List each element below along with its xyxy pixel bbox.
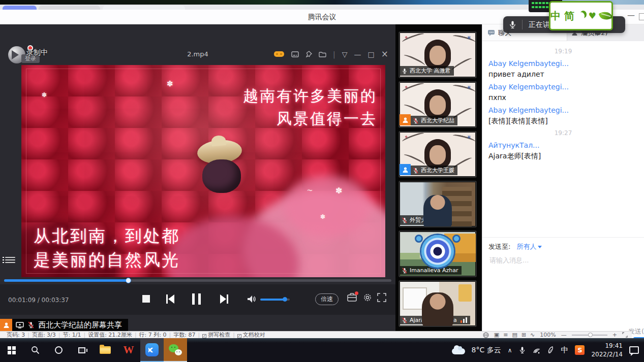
playback-speed-button[interactable]: 倍速	[315, 293, 339, 305]
tray-expand-icon[interactable]: ∧	[508, 347, 512, 354]
participant-tile[interactable]: ❖▣西北大学 高溦君	[398, 31, 477, 78]
minimize-icon[interactable]: —	[627, 11, 635, 20]
send-to-dropdown[interactable]: 所有人	[516, 242, 542, 251]
stop-button[interactable]	[142, 293, 150, 303]
playlist-icon[interactable]	[5, 255, 15, 264]
seek-bar[interactable]	[4, 279, 391, 282]
folder-icon[interactable]	[319, 51, 326, 57]
subtitle-top: 越南有许多美丽的 风景值得一去	[243, 84, 377, 130]
status-item[interactable]: 页面: 3/3	[32, 331, 56, 338]
chat-sender-name[interactable]: Abay Kelgembaytegi...	[488, 83, 638, 91]
plum-branch-decoration	[451, 56, 474, 73]
wechat-button[interactable]	[164, 338, 187, 362]
participant-name: 西北大学 高溦君	[410, 67, 451, 75]
next-button[interactable]	[220, 294, 229, 306]
seek-bar-handle[interactable]	[126, 278, 131, 283]
chat-input-area: 发送至: 所有人 发送( 发送	[482, 237, 644, 338]
view-mode-button[interactable]: ▤	[512, 332, 517, 338]
participant-tile[interactable]: Ajara Imanalieva	[398, 280, 477, 327]
player-maximize-icon[interactable]: □	[368, 51, 375, 58]
chat-message-list[interactable]: 19:19Abay Kelgembaytegi...привет адилетA…	[482, 41, 644, 237]
view-mode-button[interactable]: ∿	[530, 332, 535, 338]
participant-tile[interactable]: Imanalieva Azhar	[398, 231, 477, 277]
chat-sender-name[interactable]: АйтунукТал...	[488, 141, 638, 149]
subtitle-bottom: 从北到南，到处都 是美丽的自然风光	[34, 224, 180, 272]
sogou-icon[interactable]: S	[575, 345, 585, 355]
status-item[interactable]: 行: 7 列: 0	[139, 331, 167, 338]
status-check-item[interactable]: ✓拼写检查	[202, 331, 230, 338]
tencent-meeting-button[interactable]	[140, 338, 164, 362]
weather-text[interactable]: 8°C 多云	[472, 346, 501, 355]
pause-button[interactable]	[192, 293, 201, 305]
status-item[interactable]: 字数: 87	[173, 331, 195, 338]
checkbox-icon: ✓	[202, 334, 206, 338]
chat-message-text: пхпх	[488, 93, 638, 102]
zoom-in-button[interactable]: +	[612, 332, 617, 338]
mic-icon	[402, 68, 408, 74]
divider: |	[233, 332, 235, 338]
zoom-slider-handle[interactable]	[588, 333, 593, 337]
pin-icon[interactable]	[305, 51, 312, 57]
document-tab-active[interactable]	[3, 6, 37, 10]
wechat-icon	[169, 344, 182, 355]
view-mode-button[interactable]: ⊞	[522, 332, 526, 338]
wps-office-button[interactable]: W	[117, 338, 140, 362]
participant-tile[interactable]: ❖▣西北大学王媛	[398, 131, 477, 178]
maximize-icon[interactable]	[639, 13, 644, 20]
chat-message-text: [表情][表情][表情]	[488, 117, 638, 126]
video-content[interactable]: ✽ ✽ ✽ ✽ 〜 越南有许多美丽的 风景值得一去 从北到南，到处都 是美丽的自…	[21, 65, 385, 277]
divider: |	[27, 332, 29, 338]
chat-sender-name[interactable]: Abay Kelgembaytegi...	[488, 106, 638, 114]
view-mode-button[interactable]: ▣	[494, 332, 499, 338]
network-icon[interactable]	[533, 347, 541, 354]
zoom-slider[interactable]	[572, 335, 607, 336]
weather-cloud-icon[interactable]	[452, 348, 465, 354]
notification-center-icon[interactable]	[629, 346, 639, 354]
zoom-out-button[interactable]: —	[561, 332, 567, 338]
cortana-button[interactable]	[47, 338, 70, 362]
file-explorer-button[interactable]	[94, 338, 117, 362]
pen-icon[interactable]	[547, 346, 554, 354]
muted-mic-icon	[27, 321, 35, 328]
participant-tile[interactable]: 外贸大学黎光创	[398, 181, 477, 227]
poster-mark: ▣	[467, 135, 471, 139]
search-button[interactable]	[23, 338, 47, 362]
view-mode-button[interactable]: ≡	[503, 332, 508, 338]
document-tab[interactable]	[39, 6, 100, 10]
toolbox-icon[interactable]	[347, 293, 357, 304]
dropdown-icon[interactable]: ▽	[342, 51, 348, 58]
status-item[interactable]: 节: 1/1	[63, 331, 81, 338]
message-input[interactable]	[488, 256, 636, 265]
fullscreen-icon[interactable]	[377, 293, 386, 304]
flower-mark: ✽	[167, 79, 173, 88]
start-button[interactable]	[0, 338, 23, 362]
language-globe-icon[interactable]	[483, 332, 489, 338]
gamepad-icon[interactable]	[273, 50, 285, 58]
fit-window-icon[interactable]	[622, 332, 628, 338]
document-tab[interactable]	[103, 6, 185, 10]
player-minimize-icon[interactable]: —	[354, 51, 361, 58]
heart-icon: ♥	[588, 12, 596, 20]
subtitle-icon[interactable]	[291, 51, 299, 57]
status-item[interactable]: 页码: 3	[7, 331, 25, 338]
participant-tile[interactable]: ❖▣西北大学纪喆	[398, 81, 477, 128]
chat-sender-name[interactable]: Abay Kelgembaytegi...	[488, 59, 638, 68]
settings-gear-icon[interactable]	[363, 293, 372, 304]
participant-name: Imanalieva Azhar	[410, 267, 458, 274]
player-close-icon[interactable]: ×	[381, 50, 388, 58]
volume-slider[interactable]	[260, 299, 290, 301]
tray-time: 19:41	[591, 342, 623, 350]
seek-bar-fill	[4, 279, 128, 282]
participant-name-bar: Imanalieva Azhar	[400, 266, 462, 275]
previous-button[interactable]	[166, 294, 175, 306]
tray-mic-icon[interactable]	[518, 346, 526, 354]
status-check-item[interactable]: ✓文档校对	[237, 331, 265, 338]
screen: 腾讯会议 — 登录 录制中 2.mp4 | ▽ — □ ×	[0, 0, 644, 362]
player-title-bar: 登录 录制中 2.mp4 | ▽ — □ ×	[0, 46, 395, 65]
volume-icon[interactable]	[247, 295, 256, 305]
clock[interactable]: 19:41 2022/2/14	[591, 342, 623, 358]
ime-indicator[interactable]: 中	[561, 345, 568, 355]
task-view-button[interactable]	[70, 338, 94, 362]
status-item[interactable]: 设置值: 21.2厘米	[88, 331, 132, 338]
zoom-level[interactable]: 100%	[540, 332, 556, 338]
